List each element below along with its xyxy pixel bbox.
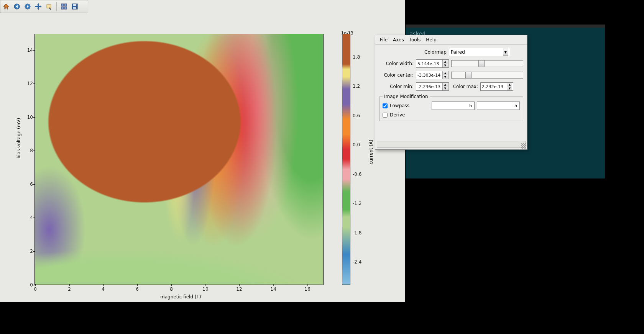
lowpass-checkbox-row: Lowpass (383, 103, 409, 108)
ctick: 1.8 (353, 54, 360, 60)
chevron-down-icon: ▾ (503, 49, 508, 56)
colormap-label: Colormap (424, 49, 447, 55)
lowpass-label: Lowpass (390, 103, 409, 108)
back-button[interactable] (13, 2, 21, 11)
figure-toolbar (0, 0, 88, 13)
spinner-arrows[interactable]: ▲▼ (442, 71, 448, 79)
color-minmax-row: Color min: ▲▼ Color max: ▲▼ (379, 82, 523, 91)
svg-rect-8 (73, 4, 76, 6)
zoom-icon (46, 3, 53, 10)
x-axis-label: magnetic field (T) (160, 294, 201, 300)
color-center-spinner[interactable]: ▲▼ (416, 71, 449, 79)
y-axis-label: bias voltage (mV) (16, 118, 21, 159)
color-center-label: Color center: (379, 72, 414, 78)
dialog-menubar: File Axes Tools Help (375, 35, 527, 45)
ctick: 0.0 (353, 142, 360, 147)
settings-dialog: File Axes Tools Help Colormap Paired ▾ C… (375, 35, 527, 150)
color-center-input[interactable] (416, 72, 442, 79)
color-min-label: Color min: (379, 84, 414, 89)
layout-icon (61, 3, 67, 10)
menu-axes[interactable]: Axes (391, 36, 406, 43)
spinner-arrows[interactable]: ▲▼ (442, 60, 448, 67)
lowpass-x-input[interactable] (432, 102, 475, 110)
subplots-button[interactable] (60, 2, 68, 11)
home-button[interactable] (2, 2, 10, 11)
ctick: 0.6 (353, 113, 360, 118)
svg-rect-4 (64, 4, 67, 6)
xtick: 10 (202, 287, 208, 292)
color-min-spinner[interactable]: ▲▼ (416, 82, 449, 91)
ytick: 14 (21, 47, 33, 53)
slider-thumb[interactable] (478, 60, 485, 67)
desktop: asked asked asked asked asked of range o… (0, 0, 644, 334)
xtick: 14 (270, 287, 276, 292)
save-button[interactable] (71, 2, 79, 11)
xtick: 12 (236, 287, 242, 292)
lowpass-checkbox[interactable] (383, 103, 388, 108)
toolbar-separator (56, 2, 57, 11)
derive-checkbox-row: Derive (383, 112, 405, 118)
figure-canvas[interactable]: 0 2 4 6 8 10 12 14 0 2 4 6 8 10 12 14 16… (0, 13, 405, 302)
spinner-arrows[interactable]: ▲▼ (442, 83, 448, 90)
svg-rect-6 (64, 7, 67, 9)
svg-rect-9 (73, 7, 76, 9)
ytick: 6 (21, 182, 33, 187)
resize-grip-icon[interactable] (521, 143, 526, 149)
derive-checkbox[interactable] (383, 113, 388, 118)
color-width-input[interactable] (416, 61, 442, 67)
ctick: 1.2 (353, 84, 360, 89)
zoom-button[interactable] (45, 2, 53, 11)
menu-file[interactable]: File (378, 36, 390, 43)
pan-button[interactable] (34, 2, 43, 11)
colormap-row: Colormap Paired ▾ (379, 48, 523, 56)
ytick: 0 (21, 282, 33, 288)
menu-tools[interactable]: Tools (407, 36, 423, 43)
svg-rect-3 (61, 4, 64, 6)
color-width-row: Color width: ▲▼ (379, 59, 523, 68)
colormap-value: Paired (451, 49, 465, 55)
color-min-input[interactable] (416, 84, 442, 90)
color-max-spinner[interactable]: ▲▼ (480, 82, 513, 91)
spinner-arrows[interactable]: ▲▼ (507, 83, 512, 90)
color-max-input[interactable] (481, 84, 507, 90)
color-width-spinner[interactable]: ▲▼ (416, 59, 449, 68)
colorbar (342, 34, 350, 285)
heatmap-image (35, 34, 323, 285)
xtick: 16 (304, 287, 310, 292)
heatmap-axes[interactable] (34, 34, 324, 285)
xtick: 8 (170, 287, 173, 292)
colormap-select[interactable]: Paired ▾ (449, 48, 510, 56)
slider-thumb[interactable] (465, 72, 472, 79)
ctick: -0.6 (353, 172, 361, 177)
ytick: 4 (21, 215, 33, 220)
floppy-icon (71, 3, 78, 10)
arrow-left-icon (13, 3, 20, 10)
ytick: 8 (21, 148, 33, 153)
ytick: 12 (21, 81, 33, 86)
dialog-statusbar (377, 141, 526, 148)
derive-label: Derive (390, 112, 405, 118)
move-icon (35, 3, 42, 10)
ytick: 2 (21, 249, 33, 254)
menu-help[interactable]: Help (424, 36, 439, 43)
ctick: -2.4 (353, 259, 361, 265)
lowpass-y-input[interactable] (477, 102, 520, 110)
color-center-slider[interactable] (451, 72, 523, 79)
forward-button[interactable] (23, 2, 32, 11)
color-width-slider[interactable] (451, 60, 523, 67)
ctick: -1.8 (353, 230, 361, 236)
svg-rect-5 (61, 7, 64, 9)
image-modification-legend: Image Modification (383, 94, 430, 99)
figure-window: 0 2 4 6 8 10 12 14 0 2 4 6 8 10 12 14 16… (0, 0, 406, 303)
colorbar-label: current (A) (368, 139, 374, 164)
dialog-form: Colormap Paired ▾ Color width: ▲▼ Color … (375, 45, 527, 123)
ctick: -1.2 (353, 201, 361, 206)
home-icon (3, 3, 10, 10)
xtick: 2 (68, 287, 71, 292)
color-center-row: Color center: ▲▼ (379, 71, 523, 79)
svg-rect-2 (47, 5, 51, 8)
xtick: 0 (34, 287, 37, 292)
arrow-right-icon (24, 3, 31, 10)
color-width-label: Color width: (379, 61, 414, 66)
xtick: 6 (136, 287, 139, 292)
